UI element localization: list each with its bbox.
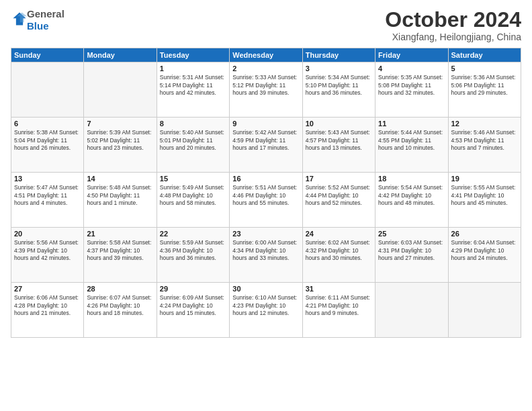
calendar-cell: 13Sunrise: 5:47 AM Sunset: 4:51 PM Dayli…: [11, 173, 84, 228]
calendar-cell: 5Sunrise: 5:36 AM Sunset: 5:06 PM Daylig…: [448, 62, 521, 118]
day-info: Sunrise: 6:07 AM Sunset: 4:26 PM Dayligh…: [87, 294, 153, 317]
calendar-cell: 7Sunrise: 5:39 AM Sunset: 5:02 PM Daylig…: [84, 118, 157, 173]
day-number: 24: [306, 230, 372, 238]
day-info: Sunrise: 6:09 AM Sunset: 4:24 PM Dayligh…: [160, 294, 226, 317]
day-info: Sunrise: 5:55 AM Sunset: 4:41 PM Dayligh…: [451, 184, 518, 207]
day-info: Sunrise: 5:35 AM Sunset: 5:08 PM Dayligh…: [378, 74, 445, 97]
day-info: Sunrise: 6:11 AM Sunset: 4:21 PM Dayligh…: [306, 294, 372, 317]
day-number: 5: [451, 64, 518, 73]
calendar-cell: [375, 283, 448, 338]
day-info: Sunrise: 5:38 AM Sunset: 5:04 PM Dayligh…: [14, 129, 81, 152]
day-number: 10: [306, 120, 372, 128]
day-info: Sunrise: 5:58 AM Sunset: 4:37 PM Dayligh…: [87, 239, 153, 262]
day-number: 15: [160, 175, 226, 183]
day-info: Sunrise: 5:36 AM Sunset: 5:06 PM Dayligh…: [451, 74, 518, 97]
day-number: 1: [160, 64, 226, 73]
calendar-cell: 15Sunrise: 5:49 AM Sunset: 4:48 PM Dayli…: [157, 173, 229, 228]
day-info: Sunrise: 5:33 AM Sunset: 5:12 PM Dayligh…: [232, 74, 299, 97]
day-info: Sunrise: 5:48 AM Sunset: 4:50 PM Dayligh…: [87, 184, 153, 207]
day-info: Sunrise: 6:03 AM Sunset: 4:31 PM Dayligh…: [378, 239, 445, 262]
day-number: 9: [232, 120, 299, 128]
day-number: 31: [306, 285, 372, 293]
logo-blue: Blue: [27, 20, 49, 32]
calendar-cell: 23Sunrise: 6:00 AM Sunset: 4:34 PM Dayli…: [230, 228, 302, 283]
day-info: Sunrise: 5:56 AM Sunset: 4:39 PM Dayligh…: [14, 239, 81, 262]
day-number: 13: [14, 175, 81, 183]
day-info: Sunrise: 5:42 AM Sunset: 4:59 PM Dayligh…: [232, 129, 299, 152]
day-number: 11: [378, 120, 445, 128]
day-info: Sunrise: 5:54 AM Sunset: 4:42 PM Dayligh…: [378, 184, 445, 207]
day-number: 7: [87, 120, 153, 128]
day-info: Sunrise: 5:51 AM Sunset: 4:46 PM Dayligh…: [232, 184, 299, 207]
calendar-week-row: 27Sunrise: 6:06 AM Sunset: 4:28 PM Dayli…: [11, 283, 521, 338]
calendar-cell: 29Sunrise: 6:09 AM Sunset: 4:24 PM Dayli…: [157, 283, 229, 338]
day-number: 26: [451, 230, 518, 238]
day-info: Sunrise: 5:31 AM Sunset: 5:14 PM Dayligh…: [160, 74, 226, 97]
day-number: 19: [451, 175, 518, 183]
day-info: Sunrise: 5:47 AM Sunset: 4:51 PM Dayligh…: [14, 184, 81, 207]
title-section: October 2024 Xiangfang, Heilongjiang, Ch…: [385, 8, 521, 42]
calendar-cell: 22Sunrise: 5:59 AM Sunset: 4:36 PM Dayli…: [157, 228, 229, 283]
page-header: General Blue October 2024 Xiangfang, Hei…: [11, 8, 521, 42]
calendar-week-row: 13Sunrise: 5:47 AM Sunset: 4:51 PM Dayli…: [11, 173, 521, 228]
calendar-cell: 12Sunrise: 5:46 AM Sunset: 4:53 PM Dayli…: [448, 118, 521, 173]
calendar-cell: 26Sunrise: 6:04 AM Sunset: 4:29 PM Dayli…: [448, 228, 521, 283]
calendar-cell: 8Sunrise: 5:40 AM Sunset: 5:01 PM Daylig…: [157, 118, 229, 173]
calendar-cell: 6Sunrise: 5:38 AM Sunset: 5:04 PM Daylig…: [11, 118, 84, 173]
calendar-cell: 19Sunrise: 5:55 AM Sunset: 4:41 PM Dayli…: [448, 173, 521, 228]
day-number: 25: [378, 230, 445, 238]
logo-general: General: [27, 8, 64, 19]
calendar-cell: 25Sunrise: 6:03 AM Sunset: 4:31 PM Dayli…: [375, 228, 448, 283]
calendar-cell: 17Sunrise: 5:52 AM Sunset: 4:44 PM Dayli…: [302, 173, 375, 228]
calendar-day-header: Thursday: [302, 48, 375, 62]
calendar-day-header: Saturday: [448, 48, 521, 62]
day-number: 22: [160, 230, 226, 238]
calendar-cell: [11, 62, 84, 118]
day-info: Sunrise: 5:59 AM Sunset: 4:36 PM Dayligh…: [160, 239, 226, 262]
day-info: Sunrise: 6:02 AM Sunset: 4:32 PM Dayligh…: [306, 239, 372, 262]
calendar-cell: 3Sunrise: 5:34 AM Sunset: 5:10 PM Daylig…: [302, 62, 375, 118]
logo: General Blue: [11, 8, 64, 32]
calendar-table: SundayMondayTuesdayWednesdayThursdayFrid…: [11, 48, 521, 338]
location: Xiangfang, Heilongjiang, China: [385, 32, 521, 42]
day-number: 14: [87, 175, 153, 183]
day-number: 18: [378, 175, 445, 183]
day-number: 16: [232, 175, 299, 183]
day-info: Sunrise: 6:04 AM Sunset: 4:29 PM Dayligh…: [451, 239, 518, 262]
calendar-day-header: Tuesday: [157, 48, 229, 62]
calendar-cell: [84, 62, 157, 118]
calendar-week-row: 1Sunrise: 5:31 AM Sunset: 5:14 PM Daylig…: [11, 62, 521, 118]
day-number: 23: [232, 230, 299, 238]
calendar-day-header: Friday: [375, 48, 448, 62]
calendar-cell: [448, 283, 521, 338]
month-title: October 2024: [385, 8, 521, 32]
calendar-cell: 27Sunrise: 6:06 AM Sunset: 4:28 PM Dayli…: [11, 283, 84, 338]
day-number: 12: [451, 120, 518, 128]
calendar-cell: 31Sunrise: 6:11 AM Sunset: 4:21 PM Dayli…: [302, 283, 375, 338]
day-info: Sunrise: 5:39 AM Sunset: 5:02 PM Dayligh…: [87, 129, 153, 152]
day-info: Sunrise: 6:00 AM Sunset: 4:34 PM Dayligh…: [232, 239, 299, 262]
calendar-cell: 24Sunrise: 6:02 AM Sunset: 4:32 PM Dayli…: [302, 228, 375, 283]
day-number: 17: [306, 175, 372, 183]
day-info: Sunrise: 5:52 AM Sunset: 4:44 PM Dayligh…: [306, 184, 372, 207]
day-number: 4: [378, 64, 445, 73]
calendar-cell: 10Sunrise: 5:43 AM Sunset: 4:57 PM Dayli…: [302, 118, 375, 173]
calendar-cell: 20Sunrise: 5:56 AM Sunset: 4:39 PM Dayli…: [11, 228, 84, 283]
day-number: 21: [87, 230, 153, 238]
day-info: Sunrise: 5:34 AM Sunset: 5:10 PM Dayligh…: [306, 74, 372, 97]
day-info: Sunrise: 6:06 AM Sunset: 4:28 PM Dayligh…: [14, 294, 81, 317]
logo-icon: [12, 11, 27, 26]
calendar-cell: 11Sunrise: 5:44 AM Sunset: 4:55 PM Dayli…: [375, 118, 448, 173]
day-info: Sunrise: 5:40 AM Sunset: 5:01 PM Dayligh…: [160, 129, 226, 152]
calendar-cell: 18Sunrise: 5:54 AM Sunset: 4:42 PM Dayli…: [375, 173, 448, 228]
day-number: 29: [160, 285, 226, 293]
calendar-week-row: 6Sunrise: 5:38 AM Sunset: 5:04 PM Daylig…: [11, 118, 521, 173]
calendar-day-header: Wednesday: [230, 48, 302, 62]
day-number: 6: [14, 120, 81, 128]
day-number: 8: [160, 120, 226, 128]
calendar-cell: 2Sunrise: 5:33 AM Sunset: 5:12 PM Daylig…: [230, 62, 302, 118]
day-info: Sunrise: 6:10 AM Sunset: 4:23 PM Dayligh…: [232, 294, 299, 317]
day-number: 2: [232, 64, 299, 73]
day-info: Sunrise: 5:43 AM Sunset: 4:57 PM Dayligh…: [306, 129, 372, 152]
day-number: 3: [306, 64, 372, 73]
